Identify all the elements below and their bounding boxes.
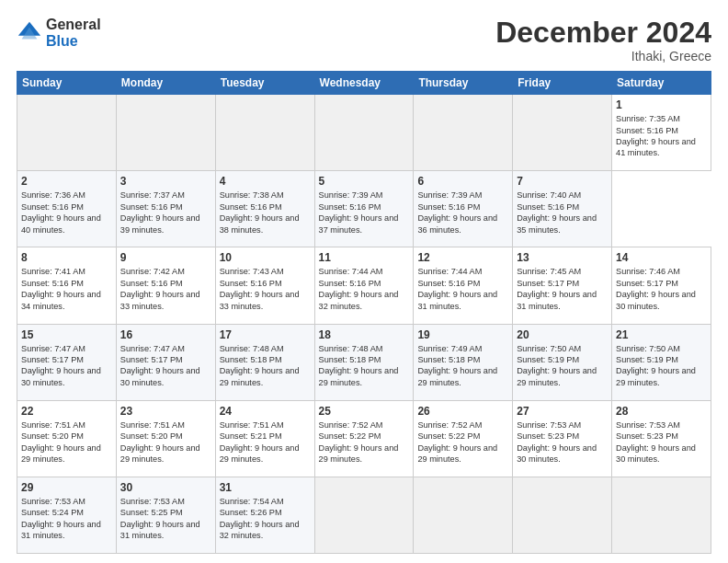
calendar-day-cell: 31Sunrise: 7:54 AMSunset: 5:26 PMDayligh… [215, 477, 314, 553]
logo-text: General Blue [46, 17, 101, 49]
day-number: 3 [120, 175, 211, 188]
day-number: 5 [319, 175, 410, 188]
calendar-header-cell: Friday [513, 72, 612, 95]
calendar-day-cell: 28Sunrise: 7:53 AMSunset: 5:23 PMDayligh… [612, 400, 711, 477]
calendar-week-row: 22Sunrise: 7:51 AMSunset: 5:20 PMDayligh… [17, 400, 711, 477]
day-number: 23 [120, 405, 211, 418]
calendar-day-cell: 1Sunrise: 7:35 AMSunset: 5:16 PMDaylight… [612, 95, 711, 171]
calendar-day-cell [513, 95, 612, 171]
calendar-week-row: 8Sunrise: 7:41 AMSunset: 5:16 PMDaylight… [17, 247, 711, 324]
day-info: Sunrise: 7:44 AMSunset: 5:16 PMDaylight:… [319, 266, 410, 312]
day-number: 18 [319, 328, 410, 341]
day-number: 28 [616, 405, 707, 418]
calendar-header-cell: Thursday [414, 72, 513, 95]
header: General Blue December 2024 Ithaki, Greec… [17, 17, 711, 63]
calendar-day-cell: 21Sunrise: 7:50 AMSunset: 5:19 PMDayligh… [612, 324, 711, 400]
day-number: 30 [120, 481, 211, 494]
calendar-header-cell: Wednesday [314, 72, 414, 95]
calendar-body: 1Sunrise: 7:35 AMSunset: 5:16 PMDaylight… [17, 95, 711, 554]
day-info: Sunrise: 7:50 AMSunset: 5:19 PMDaylight:… [517, 343, 608, 389]
day-number: 19 [417, 328, 508, 341]
calendar-day-cell: 16Sunrise: 7:47 AMSunset: 5:17 PMDayligh… [116, 324, 215, 400]
calendar-day-cell: 3Sunrise: 7:37 AMSunset: 5:16 PMDaylight… [116, 171, 215, 247]
day-info: Sunrise: 7:52 AMSunset: 5:22 PMDaylight:… [319, 419, 410, 465]
calendar-day-cell: 27Sunrise: 7:53 AMSunset: 5:23 PMDayligh… [513, 400, 612, 477]
day-info: Sunrise: 7:54 AMSunset: 5:26 PMDaylight:… [220, 496, 311, 542]
calendar-day-cell: 17Sunrise: 7:48 AMSunset: 5:18 PMDayligh… [215, 324, 314, 400]
day-number: 10 [220, 251, 311, 264]
calendar-day-cell [414, 95, 513, 171]
day-number: 7 [517, 175, 608, 188]
calendar-day-cell [612, 477, 711, 553]
logo-general: General [46, 17, 101, 33]
calendar-day-cell: 15Sunrise: 7:47 AMSunset: 5:17 PMDayligh… [17, 324, 117, 400]
day-info: Sunrise: 7:51 AMSunset: 5:20 PMDaylight:… [21, 419, 112, 465]
day-number: 13 [517, 251, 608, 264]
day-number: 6 [417, 175, 508, 188]
day-info: Sunrise: 7:48 AMSunset: 5:18 PMDaylight:… [220, 343, 311, 389]
day-info: Sunrise: 7:53 AMSunset: 5:24 PMDaylight:… [21, 496, 112, 542]
calendar-day-cell: 9Sunrise: 7:42 AMSunset: 5:16 PMDaylight… [116, 247, 215, 324]
day-number: 29 [21, 481, 112, 494]
day-number: 27 [517, 405, 608, 418]
calendar-day-cell [116, 95, 215, 171]
calendar-day-cell: 25Sunrise: 7:52 AMSunset: 5:22 PMDayligh… [314, 400, 414, 477]
calendar-day-cell: 22Sunrise: 7:51 AMSunset: 5:20 PMDayligh… [17, 400, 117, 477]
day-info: Sunrise: 7:41 AMSunset: 5:16 PMDaylight:… [21, 266, 112, 312]
title-block: December 2024 Ithaki, Greece [495, 17, 711, 63]
day-info: Sunrise: 7:40 AMSunset: 5:16 PMDaylight:… [517, 190, 608, 236]
calendar-day-cell: 26Sunrise: 7:52 AMSunset: 5:22 PMDayligh… [414, 400, 513, 477]
calendar-day-cell: 7Sunrise: 7:40 AMSunset: 5:16 PMDaylight… [513, 171, 612, 247]
calendar-day-cell: 12Sunrise: 7:44 AMSunset: 5:16 PMDayligh… [414, 247, 513, 324]
day-number: 16 [120, 328, 211, 341]
day-info: Sunrise: 7:47 AMSunset: 5:17 PMDaylight:… [21, 343, 112, 389]
day-info: Sunrise: 7:51 AMSunset: 5:20 PMDaylight:… [120, 419, 211, 465]
day-info: Sunrise: 7:52 AMSunset: 5:22 PMDaylight:… [417, 419, 508, 465]
day-number: 4 [220, 175, 311, 188]
day-number: 25 [319, 405, 410, 418]
calendar-day-cell: 8Sunrise: 7:41 AMSunset: 5:16 PMDaylight… [17, 247, 117, 324]
day-info: Sunrise: 7:35 AMSunset: 5:16 PMDaylight:… [616, 113, 707, 159]
day-number: 11 [319, 251, 410, 264]
day-info: Sunrise: 7:37 AMSunset: 5:16 PMDaylight:… [120, 190, 211, 236]
calendar-day-cell: 30Sunrise: 7:53 AMSunset: 5:25 PMDayligh… [116, 477, 215, 553]
calendar-day-cell [17, 95, 117, 171]
day-info: Sunrise: 7:36 AMSunset: 5:16 PMDaylight:… [21, 190, 112, 236]
day-number: 31 [220, 481, 311, 494]
day-number: 14 [616, 251, 707, 264]
day-info: Sunrise: 7:50 AMSunset: 5:19 PMDaylight:… [616, 343, 707, 389]
calendar-day-cell: 6Sunrise: 7:39 AMSunset: 5:16 PMDaylight… [414, 171, 513, 247]
calendar-day-cell [314, 477, 414, 553]
day-info: Sunrise: 7:49 AMSunset: 5:18 PMDaylight:… [417, 343, 508, 389]
day-info: Sunrise: 7:46 AMSunset: 5:17 PMDaylight:… [616, 266, 707, 312]
day-info: Sunrise: 7:53 AMSunset: 5:23 PMDaylight:… [517, 419, 608, 465]
day-number: 17 [220, 328, 311, 341]
day-number: 9 [120, 251, 211, 264]
day-info: Sunrise: 7:42 AMSunset: 5:16 PMDaylight:… [120, 266, 211, 312]
calendar-header-cell: Tuesday [215, 72, 314, 95]
day-info: Sunrise: 7:53 AMSunset: 5:23 PMDaylight:… [616, 419, 707, 465]
calendar-week-row: 2Sunrise: 7:36 AMSunset: 5:16 PMDaylight… [17, 171, 711, 247]
calendar-day-cell: 10Sunrise: 7:43 AMSunset: 5:16 PMDayligh… [215, 247, 314, 324]
calendar-header-cell: Monday [116, 72, 215, 95]
day-info: Sunrise: 7:47 AMSunset: 5:17 PMDaylight:… [120, 343, 211, 389]
day-number: 22 [21, 405, 112, 418]
calendar-week-row: 15Sunrise: 7:47 AMSunset: 5:17 PMDayligh… [17, 324, 711, 400]
day-number: 12 [417, 251, 508, 264]
calendar-day-cell [414, 477, 513, 553]
day-info: Sunrise: 7:39 AMSunset: 5:16 PMDaylight:… [417, 190, 508, 236]
calendar-day-cell: 20Sunrise: 7:50 AMSunset: 5:19 PMDayligh… [513, 324, 612, 400]
calendar-header-cell: Sunday [17, 72, 117, 95]
day-number: 15 [21, 328, 112, 341]
calendar-day-cell: 11Sunrise: 7:44 AMSunset: 5:16 PMDayligh… [314, 247, 414, 324]
calendar-day-cell [513, 477, 612, 553]
day-info: Sunrise: 7:43 AMSunset: 5:16 PMDaylight:… [220, 266, 311, 312]
day-number: 26 [417, 405, 508, 418]
day-number: 20 [517, 328, 608, 341]
logo-blue: Blue [46, 33, 101, 50]
calendar-day-cell [215, 95, 314, 171]
day-info: Sunrise: 7:48 AMSunset: 5:18 PMDaylight:… [319, 343, 410, 389]
calendar-week-row: 29Sunrise: 7:53 AMSunset: 5:24 PMDayligh… [17, 477, 711, 553]
logo: General Blue [17, 17, 101, 49]
calendar-day-cell: 29Sunrise: 7:53 AMSunset: 5:24 PMDayligh… [17, 477, 117, 553]
